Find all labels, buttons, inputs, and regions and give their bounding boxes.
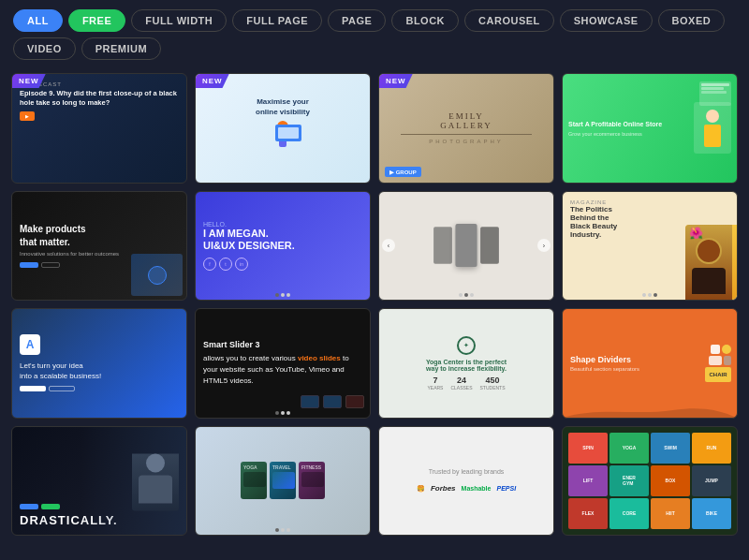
thumbnail-3[interactable]: NEW EMILYGALLERY PHOTOGRAPHY ▶ GROUP — [378, 73, 554, 184]
t6-name: I AM MEGAN.UI&UX DESIGNER. — [203, 228, 362, 252]
thumbnail-12[interactable]: Shape Dividers Beautiful section separat… — [562, 308, 738, 419]
thumbnail-grid: NEW SPACECAST Episode 9. Why did the fir… — [0, 69, 749, 549]
group-badge: ▶ GROUP — [385, 167, 421, 177]
spacecast-title: Episode 9. Why did the first close-up of… — [20, 89, 179, 108]
thumbnail-13[interactable]: DRASTICALLY. — [11, 426, 187, 537]
brand-logos: 🍔 Forbes Mashable PEPSI — [417, 484, 516, 493]
filter-boxed[interactable]: BOXED — [658, 9, 726, 32]
filter-video[interactable]: VIDEO — [13, 37, 76, 60]
thumbnail-10[interactable]: Smart Slider 3 allows you to create vari… — [195, 308, 371, 419]
t4-subtext: Grow your ecommerce business — [568, 131, 686, 137]
yoga-tagline: Yoga Center is the perfectway to increas… — [426, 359, 507, 372]
filter-carousel[interactable]: CAROUSEL — [464, 9, 554, 32]
gym-grid: SPIN YOGA SWIM RUN LIFT ENERGYM BOX JUMP… — [563, 427, 737, 536]
play-button[interactable] — [20, 111, 35, 121]
filter-premium[interactable]: PREMIUM — [81, 37, 161, 60]
filter-free[interactable]: FREE — [68, 9, 125, 32]
t2-headline: Maximise youronline visibility — [256, 97, 310, 117]
t4-headline: Start A Profitable Online Store — [568, 120, 686, 129]
fashion-items — [433, 225, 500, 266]
filter-all[interactable]: ALL — [13, 9, 63, 32]
thumbnail-9[interactable]: A Let's turn your ideainto a scalable bu… — [11, 308, 187, 419]
t9-headline: Let's turn your ideainto a scalable busi… — [20, 361, 179, 381]
thumbnail-11[interactable]: ✦ Yoga Center is the perfectway to incre… — [378, 308, 554, 419]
t10-description: allows you to create various video slide… — [203, 353, 362, 387]
music-cards: YOGA TRAVEL FITNESS — [241, 462, 325, 499]
thumbnail-7[interactable]: ‹ › — [378, 191, 554, 302]
thumbnail-8[interactable]: Magazine The PoliticsBehind theBlack Bea… — [562, 191, 738, 302]
thumbnail-16[interactable]: SPIN YOGA SWIM RUN LIFT ENERGYM BOX JUMP… — [562, 426, 738, 537]
filter-page[interactable]: PAGE — [328, 9, 386, 32]
arrow-right-7[interactable]: › — [537, 239, 551, 252]
filter-block[interactable]: BLOCK — [391, 9, 459, 32]
t5-headline: Make productsthat matter. — [20, 223, 179, 249]
t8-headline: The PoliticsBehind theBlack BeautyIndust… — [570, 205, 729, 239]
thumbnail-6[interactable]: HELLO. I AM MEGAN.UI&UX DESIGNER. f t in — [195, 191, 371, 302]
t9-logo: A — [20, 334, 40, 355]
filter-fullpage[interactable]: FULL PAGE — [232, 9, 322, 32]
yoga-logo: ✦ — [457, 336, 476, 355]
thumbnail-14[interactable]: YOGA TRAVEL FITNESS — [195, 426, 371, 537]
filter-showcase[interactable]: SHOWCASE — [560, 9, 653, 32]
filter-bar: ALL FREE FULL WIDTH FULL PAGE PAGE BLOCK… — [0, 0, 749, 69]
t3-headline: EMILYGALLERY — [440, 111, 492, 130]
thumbnail-2[interactable]: NEW Maximise youronline visibility — [195, 73, 371, 184]
arrow-left-7[interactable]: ‹ — [382, 239, 395, 252]
yoga-stats: 7 YEARS 24 CLASSES 450 STUDENTS — [428, 376, 506, 391]
t15-label: Trusted by leading brands — [429, 468, 505, 475]
thumbnail-1[interactable]: NEW SPACECAST Episode 9. Why did the fir… — [11, 73, 187, 184]
filter-fullwidth[interactable]: FULL WIDTH — [131, 9, 227, 32]
t10-brand: Smart Slider 3 — [203, 340, 362, 349]
thumbnail-15[interactable]: Trusted by leading brands 🍔 Forbes Masha… — [378, 426, 554, 537]
thumbnail-4[interactable]: Start A Profitable Online Store Grow you… — [562, 73, 738, 184]
t6-greeting: HELLO. — [203, 221, 362, 228]
thumbnail-5[interactable]: Make productsthat matter. Innovative sol… — [11, 191, 187, 302]
